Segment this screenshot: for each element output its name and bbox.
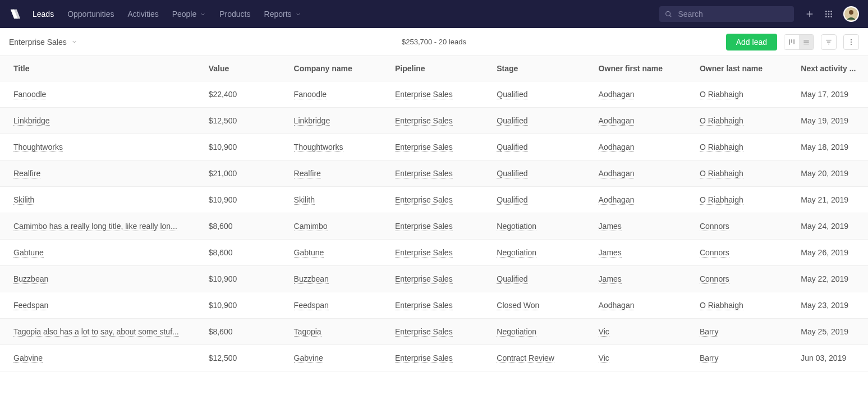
cell-link-stage[interactable]: Negotiation (497, 222, 536, 231)
cell-link-owner_last[interactable]: Barry (700, 353, 718, 363)
cell-link-owner_first[interactable]: Aodhagan (599, 169, 635, 178)
cell-link-title[interactable]: Thoughtworks (13, 143, 63, 152)
cell-link-pipeline[interactable]: Enterprise Sales (395, 327, 453, 337)
column-header[interactable]: Next activity ... (794, 56, 868, 81)
table-row[interactable]: Tagopia also has a lot to say, about som… (0, 319, 868, 345)
table-row[interactable]: Fanoodle$22,400FanoodleEnterprise SalesQ… (0, 81, 868, 108)
cell-link-owner_first[interactable]: Aodhagan (599, 301, 635, 310)
table-row[interactable]: Buzzbean$10,900BuzzbeanEnterprise SalesQ… (0, 266, 868, 292)
pipeline-dropdown[interactable]: Enterprise Sales (9, 38, 77, 47)
cell-link-owner_first[interactable]: James (599, 248, 622, 258)
cell-link-stage[interactable]: Negotiation (497, 327, 536, 337)
nav-item-leads[interactable]: Leads (33, 10, 54, 19)
search-input[interactable] (678, 10, 788, 19)
cell-link-owner_last[interactable]: O Riabhaigh (700, 90, 743, 99)
cell-link-owner_first[interactable]: Vic (599, 353, 609, 363)
table-row[interactable]: Feedspan$10,900FeedspanEnterprise SalesC… (0, 292, 868, 319)
cell-link-company[interactable]: Feedspan (294, 301, 329, 310)
cell-link-stage[interactable]: Closed Won (497, 301, 539, 310)
cell-link-company[interactable]: Fanoodle (294, 90, 327, 99)
cell-link-title[interactable]: Linkbridge (13, 116, 50, 126)
cell-link-owner_last[interactable]: O Riabhaigh (700, 301, 743, 310)
cell-link-company[interactable]: Gabtune (294, 248, 324, 258)
table-row[interactable]: Linkbridge$12,500LinkbridgeEnterprise Sa… (0, 108, 868, 134)
cell-link-title[interactable]: Fanoodle (13, 90, 46, 99)
cell-link-title[interactable]: Skilith (13, 195, 34, 205)
cell-link-owner_last[interactable]: O Riabhaigh (700, 169, 743, 178)
add-lead-button[interactable]: Add lead (726, 34, 777, 50)
column-header[interactable]: Pipeline (388, 56, 490, 81)
nav-item-activities[interactable]: Activities (127, 10, 158, 19)
cell-link-owner_last[interactable]: Connors (700, 248, 729, 258)
more-menu-button[interactable] (843, 34, 859, 50)
table-row[interactable]: Gabvine$12,500GabvineEnterprise SalesCon… (0, 345, 868, 371)
app-logo[interactable] (9, 8, 21, 20)
cell-link-title[interactable]: Tagopia also has a lot to say, about som… (13, 327, 179, 337)
column-header[interactable]: Stage (490, 56, 591, 81)
cell-link-stage[interactable]: Qualified (497, 116, 527, 126)
cell-link-company[interactable]: Buzzbean (294, 274, 329, 284)
column-header[interactable]: Company name (287, 56, 388, 81)
cell-link-owner_first[interactable]: Aodhagan (599, 116, 635, 126)
leads-table-container[interactable]: TitleValueCompany namePipelineStageOwner… (0, 56, 868, 395)
cell-link-pipeline[interactable]: Enterprise Sales (395, 169, 453, 178)
cell-link-owner_last[interactable]: Connors (700, 222, 729, 231)
cell-link-pipeline[interactable]: Enterprise Sales (395, 248, 453, 258)
cell-link-owner_last[interactable]: Barry (700, 327, 718, 337)
cell-link-owner_first[interactable]: Vic (599, 327, 609, 337)
list-view-button[interactable] (799, 35, 814, 49)
cell-link-company[interactable]: Tagopia (294, 327, 322, 337)
cell-link-owner_first[interactable]: Aodhagan (599, 143, 635, 152)
table-row[interactable]: Thoughtworks$10,900ThoughtworksEnterpris… (0, 134, 868, 160)
cell-link-owner_last[interactable]: O Riabhaigh (700, 143, 743, 152)
cell-link-title[interactable]: Feedspan (13, 301, 48, 310)
column-header[interactable]: Owner last name (693, 56, 794, 81)
board-view-button[interactable] (784, 35, 799, 49)
cell-link-company[interactable]: Linkbridge (294, 116, 330, 126)
cell-link-company[interactable]: Thoughtworks (294, 143, 343, 152)
cell-link-stage[interactable]: Contract Review (497, 353, 554, 363)
cell-link-owner_first[interactable]: Aodhagan (599, 195, 635, 205)
cell-link-pipeline[interactable]: Enterprise Sales (395, 116, 453, 126)
table-row[interactable]: Camimbo has a really long title, like re… (0, 213, 868, 240)
cell-link-company[interactable]: Camimbo (294, 222, 328, 231)
table-row[interactable]: Gabtune$8,600GabtuneEnterprise SalesNego… (0, 240, 868, 266)
cell-link-pipeline[interactable]: Enterprise Sales (395, 90, 453, 99)
column-header[interactable]: Title (0, 56, 202, 81)
cell-link-title[interactable]: Camimbo has a really long title, like re… (13, 222, 177, 231)
nav-item-opportunities[interactable]: Opportunities (67, 10, 114, 19)
cell-link-title[interactable]: Gabtune (13, 248, 44, 258)
cell-link-title[interactable]: Realfire (13, 169, 40, 178)
cell-link-owner_first[interactable]: Aodhagan (599, 90, 635, 99)
cell-link-company[interactable]: Skilith (294, 195, 315, 205)
cell-link-pipeline[interactable]: Enterprise Sales (395, 353, 453, 363)
apps-icon-button[interactable] (824, 10, 833, 19)
cell-link-stage[interactable]: Negotiation (497, 248, 536, 258)
cell-link-pipeline[interactable]: Enterprise Sales (395, 274, 453, 284)
cell-link-owner_last[interactable]: O Riabhaigh (700, 116, 743, 126)
nav-item-products[interactable]: Products (219, 10, 250, 19)
nav-item-people[interactable]: People (172, 10, 206, 19)
cell-link-owner_last[interactable]: O Riabhaigh (700, 195, 743, 205)
cell-link-title[interactable]: Gabvine (13, 353, 43, 363)
table-row[interactable]: Realfire$21,000RealfireEnterprise SalesQ… (0, 160, 868, 187)
add-icon-button[interactable] (805, 10, 814, 19)
cell-link-owner_last[interactable]: Connors (700, 274, 729, 284)
cell-link-stage[interactable]: Qualified (497, 169, 527, 178)
cell-link-owner_first[interactable]: James (599, 274, 622, 284)
table-row[interactable]: Skilith$10,900SkilithEnterprise SalesQua… (0, 187, 868, 213)
column-header[interactable]: Value (202, 56, 287, 81)
filter-button[interactable] (821, 34, 837, 50)
cell-link-company[interactable]: Gabvine (294, 353, 323, 363)
cell-link-stage[interactable]: Qualified (497, 143, 527, 152)
user-avatar[interactable] (843, 6, 859, 22)
cell-link-stage[interactable]: Qualified (497, 90, 527, 99)
cell-link-title[interactable]: Buzzbean (13, 274, 48, 284)
nav-item-reports[interactable]: Reports (264, 10, 301, 19)
cell-link-pipeline[interactable]: Enterprise Sales (395, 143, 453, 152)
cell-link-pipeline[interactable]: Enterprise Sales (395, 222, 453, 231)
column-header[interactable]: Owner first name (592, 56, 693, 81)
cell-link-company[interactable]: Realfire (294, 169, 321, 178)
cell-link-stage[interactable]: Qualified (497, 274, 527, 284)
cell-link-stage[interactable]: Qualified (497, 195, 527, 205)
